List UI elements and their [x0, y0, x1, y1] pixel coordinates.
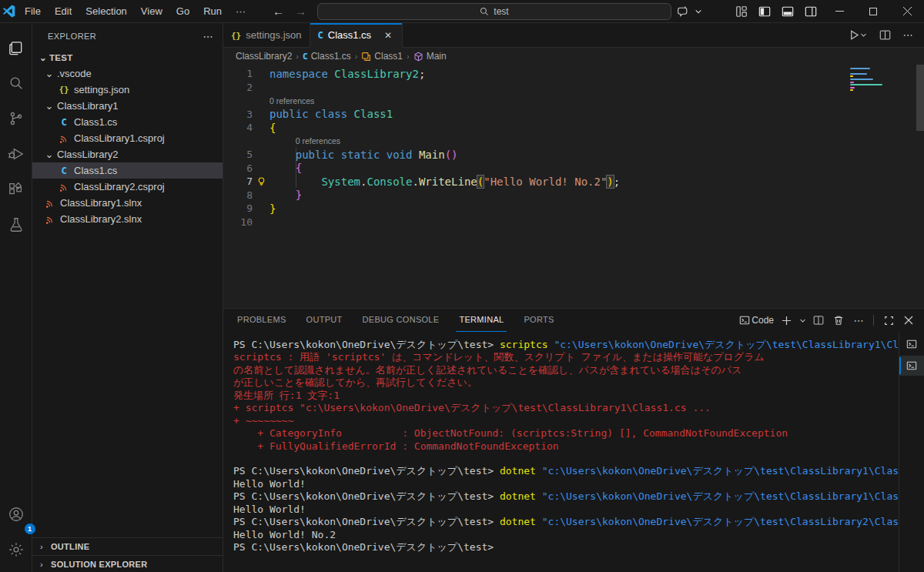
terminal-line: [233, 453, 899, 465]
new-terminal-icon[interactable]: [777, 311, 795, 329]
menu-edit[interactable]: Edit: [48, 0, 79, 23]
terminal-instance-icon[interactable]: [899, 334, 924, 354]
editor-more-actions-icon[interactable]: ⋯: [898, 25, 918, 45]
breadcrumb-item-classlibrary2[interactable]: ClassLibrary2: [236, 51, 292, 62]
extensions-icon[interactable]: [0, 172, 32, 207]
panel-tab-debug-console[interactable]: DEBUG CONSOLE: [360, 309, 443, 332]
tab-class1-cs[interactable]: CClass1.cs✕: [310, 23, 403, 48]
tree-item-classlibrary2-csproj[interactable]: ClassLibrary2.csproj: [32, 179, 223, 195]
split-editor-icon[interactable]: [875, 25, 895, 45]
line-number: 8: [223, 189, 253, 201]
tree-item-label: ClassLibrary2.slnx: [60, 213, 142, 225]
panel-tab-terminal[interactable]: TERMINAL: [456, 309, 507, 332]
testing-icon[interactable]: [0, 207, 32, 243]
tree-item--vscode[interactable]: ⌄.vscode: [32, 65, 223, 82]
terminal-instance-list: [899, 332, 924, 572]
menu-file[interactable]: File: [18, 0, 48, 23]
settings-gear-icon[interactable]: [0, 532, 32, 567]
tree-item-class1-cs[interactable]: CClass1.cs: [32, 162, 223, 179]
tree-item-class1-cs[interactable]: CClass1.cs: [32, 114, 223, 130]
terminal-line: PS C:\Users\kokon\OneDrive\デスクトップ\test> …: [233, 516, 899, 528]
codelens[interactable]: 0 references: [223, 135, 924, 149]
breadcrumb-item-class1-cs[interactable]: CClass1.cs: [303, 51, 351, 62]
nav-forward-icon[interactable]: →: [295, 5, 306, 18]
editor-scrollbar[interactable]: [916, 65, 924, 131]
breadcrumb-item-class1[interactable]: Class1: [361, 51, 403, 62]
panel-tab-ports[interactable]: PORTS: [521, 309, 557, 332]
codelens[interactable]: 0 references: [223, 94, 924, 108]
project-file-icon: [57, 182, 71, 192]
panel-tab-output[interactable]: OUTPUT: [303, 309, 346, 332]
tree-item-classlibrary2-slnx[interactable]: ClassLibrary2.slnx: [32, 211, 223, 227]
tree-item-classlibrary2[interactable]: ⌄ClassLibrary2: [32, 146, 223, 162]
close-tab-icon[interactable]: ✕: [382, 30, 394, 41]
customize-layout-icon[interactable]: [730, 0, 753, 23]
tree-item-label: ClassLibrary1.slnx: [60, 197, 142, 209]
source-control-icon[interactable]: [0, 101, 32, 136]
maximize-panel-icon[interactable]: [879, 311, 898, 329]
menu-more[interactable]: ···: [229, 0, 253, 23]
minimize-button[interactable]: [822, 0, 856, 23]
toggle-secondary-sidebar-icon[interactable]: [799, 0, 822, 23]
run-and-debug-icon[interactable]: [0, 136, 32, 172]
menu-run[interactable]: Run: [196, 0, 229, 23]
close-panel-icon[interactable]: [899, 311, 918, 329]
breadcrumb-item-main[interactable]: Main: [413, 51, 447, 62]
csharp-file-icon: C: [303, 52, 308, 62]
section-outline[interactable]: ›OUTLINE: [32, 538, 223, 555]
line-number: 9: [223, 202, 253, 214]
terminal-instance-icon[interactable]: [899, 356, 924, 376]
project-file-icon: [57, 134, 71, 143]
code-line-1: 1namespace ClassLibrary2;: [223, 67, 924, 81]
method-symbol-icon: [413, 52, 424, 62]
tree-item-settings-json[interactable]: {}settings.json: [32, 82, 223, 98]
terminal-line: + ~~~~~~~~: [233, 415, 899, 427]
breadcrumb-separator: ›: [296, 52, 299, 61]
close-window-button[interactable]: [890, 0, 924, 23]
csharp-file-icon: C: [318, 29, 323, 41]
command-center-search[interactable]: test: [317, 3, 671, 20]
tree-item-classlibrary1[interactable]: ⌄ClassLibrary1: [32, 98, 223, 114]
terminal-line: の名前として認識されません。名前が正しく記述されていることを確認し、パスが含まれ…: [233, 364, 899, 376]
terminal-profile-icon[interactable]: Code: [738, 311, 775, 329]
code-line-5: 5 public static void Main(): [223, 148, 924, 162]
account-icon[interactable]: 1: [0, 497, 32, 532]
minimap[interactable]: [850, 66, 916, 149]
terminal-output[interactable]: PS C:\Users\kokon\OneDrive\デスクトップ\test> …: [223, 332, 899, 572]
tree-item-label: settings.json: [74, 84, 129, 95]
maximize-button[interactable]: [856, 0, 890, 23]
split-terminal-icon[interactable]: [809, 311, 828, 329]
terminal-line: Hello World!: [233, 478, 899, 490]
tree-item-label: ClassLibrary2.csproj: [74, 181, 165, 192]
explorer-more-actions-icon[interactable]: ⋯: [199, 31, 216, 42]
tree-item-label: Class1.cs: [74, 116, 117, 128]
terminal-dropdown-icon[interactable]: [797, 311, 808, 329]
tree-root[interactable]: ⌄ TEST: [32, 49, 223, 65]
toggle-panel-icon[interactable]: [776, 0, 799, 23]
search-sidebar-icon[interactable]: [0, 65, 32, 101]
sidebar-explorer: EXPLORER ⋯ ⌄ TEST ⌄.vscode{}settings.jso…: [32, 23, 223, 572]
panel-tab-problems[interactable]: PROBLEMS: [234, 309, 290, 332]
kill-terminal-icon[interactable]: [829, 311, 848, 329]
section-solution-explorer[interactable]: ›SOLUTION EXPLORER: [32, 555, 223, 572]
tree-item-classlibrary1-slnx[interactable]: ClassLibrary1.slnx: [32, 195, 223, 211]
menu-selection[interactable]: Selection: [79, 0, 133, 23]
nav-back-icon[interactable]: ←: [273, 5, 284, 18]
bottom-panel: PROBLEMSOUTPUTDEBUG CONSOLETERMINALPORTS…: [223, 308, 924, 572]
tree-item-classlibrary1-csproj[interactable]: ClassLibrary1.csproj: [32, 130, 223, 146]
breadcrumb-separator: ›: [355, 52, 358, 61]
code-line-8: 8 }: [223, 189, 924, 202]
run-button[interactable]: [844, 25, 872, 45]
lightbulb-icon[interactable]: [256, 176, 266, 186]
terminal-line: + CategoryInfo : ObjectNotFound: (script…: [233, 427, 899, 440]
copilot-icon[interactable]: [671, 0, 695, 23]
breadcrumb-separator: ›: [407, 52, 410, 61]
code-editor[interactable]: 1namespace ClassLibrary2;20 references3p…: [223, 65, 924, 308]
explorer-icon[interactable]: [0, 30, 32, 65]
toggle-sidebar-icon[interactable]: [753, 0, 776, 23]
panel-more-actions-icon[interactable]: ⋯: [849, 311, 868, 329]
copilot-dropdown-icon[interactable]: [695, 8, 702, 15]
tab-settings-json[interactable]: {}settings.json: [223, 23, 310, 47]
menu-go[interactable]: Go: [169, 0, 196, 23]
menu-view[interactable]: View: [134, 0, 169, 23]
